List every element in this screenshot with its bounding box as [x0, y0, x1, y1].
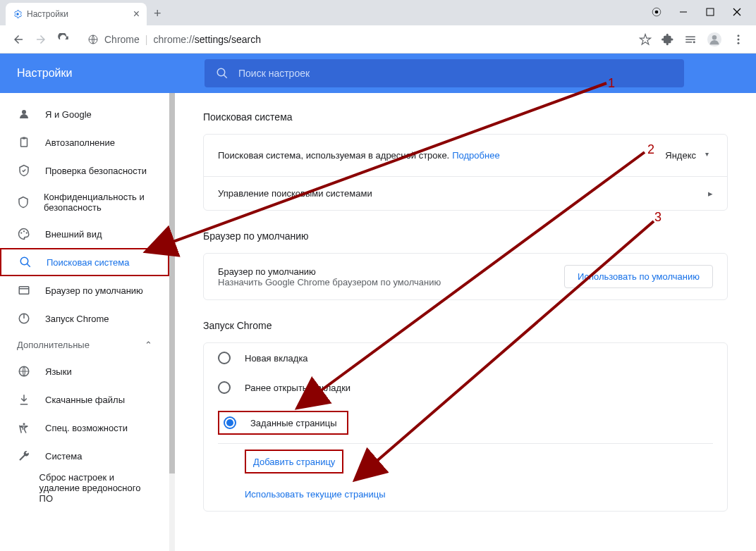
sidebar: Я и Google Автозаполнение Проверка безоп… [0, 93, 169, 551]
section-title-startup: Запуск Chrome [203, 320, 728, 331]
sidebar-advanced-toggle[interactable]: Дополнительные⌃ [0, 333, 169, 357]
minimize-icon[interactable] [677, 6, 690, 18]
url-host: Chrome [104, 34, 140, 45]
svg-point-8 [693, 41, 695, 43]
svg-rect-17 [21, 138, 28, 147]
person-icon [17, 107, 31, 121]
use-current-link[interactable]: Использовать текущие страницы [245, 489, 713, 500]
shield-check-icon [17, 163, 31, 178]
svg-point-13 [738, 42, 740, 44]
svg-rect-24 [19, 287, 29, 295]
default-browser-row: Браузер по умолчанию Назначить Google Ch… [204, 254, 727, 299]
chevron-right-icon: ▸ [708, 188, 713, 199]
startup-card: Новая вкладка Ранее открытые вкладки Зад… [203, 342, 728, 512]
forward-button[interactable] [31, 30, 51, 49]
browser-tab[interactable]: Настройки × [6, 3, 147, 25]
radio-icon [224, 416, 236, 429]
sidebar-item-search-engine[interactable]: Поисковая система [0, 248, 169, 276]
window-icon [17, 283, 31, 297]
annotation-2: 2 [647, 142, 654, 157]
close-icon[interactable]: × [133, 8, 140, 20]
learn-more-link[interactable]: Подробнее [452, 150, 499, 161]
menu-icon[interactable] [732, 33, 745, 46]
browser-titlebar: Настройки × + [0, 0, 756, 25]
svg-point-11 [738, 35, 740, 37]
svg-point-16 [22, 110, 26, 114]
svg-point-19 [20, 232, 22, 233]
app-header: Настройки Поиск настроек [0, 54, 756, 93]
radio-icon [218, 352, 231, 364]
svg-point-10 [712, 35, 717, 39]
sidebar-item-reset[interactable]: Сброс настроек и удаление вредоносного П… [0, 470, 169, 505]
svg-rect-18 [23, 137, 26, 140]
sidebar-item-accessibility[interactable]: Спец. возможности [0, 414, 169, 442]
palette-icon [17, 227, 31, 241]
radio-icon [218, 381, 231, 394]
reload-button[interactable] [54, 30, 73, 49]
sidebar-item-safety[interactable]: Проверка безопасности [0, 156, 169, 185]
media-icon[interactable] [684, 33, 697, 46]
svg-line-23 [27, 264, 30, 267]
sidebar-item-startup[interactable]: Запуск Chrome [0, 304, 169, 333]
gear-icon [13, 9, 27, 19]
search-icon [18, 255, 32, 269]
sidebar-item-google[interactable]: Я и Google [0, 100, 169, 128]
svg-point-29 [23, 423, 25, 425]
set-default-button[interactable]: Использовать по умолчанию [564, 265, 713, 288]
shield-icon [17, 195, 30, 209]
new-tab-button[interactable]: + [154, 6, 161, 25]
section-title-search: Поисковая система [203, 111, 728, 123]
search-icon [216, 67, 228, 80]
svg-point-20 [23, 230, 25, 232]
sidebar-item-appearance[interactable]: Внешний вид [0, 220, 169, 248]
sidebar-item-system[interactable]: Система [0, 442, 169, 470]
site-info-icon [87, 34, 99, 45]
radio-continue[interactable]: Ранее открытые вкладки [204, 373, 727, 402]
profile-icon[interactable] [707, 32, 722, 47]
bookmark-icon[interactable] [639, 33, 652, 46]
svg-point-0 [16, 13, 19, 16]
accessibility-icon [17, 421, 31, 435]
close-window-icon[interactable] [731, 6, 743, 18]
scroll-thumb[interactable] [169, 93, 175, 473]
sidebar-item-privacy[interactable]: Конфиденциальность и безопасность [0, 185, 169, 220]
window-controls [650, 6, 756, 25]
sidebar-item-default-browser[interactable]: Браузер по умолчанию [0, 276, 169, 304]
add-page-link[interactable]: Добавить страницу [253, 457, 335, 467]
radio-specific-pages[interactable]: Заданные страницы [204, 402, 727, 443]
sidebar-item-autofill[interactable]: Автозаполнение [0, 128, 169, 156]
page-title: Настройки [17, 67, 197, 80]
account-indicator-icon[interactable] [650, 6, 663, 18]
tab-title: Настройки [27, 9, 68, 19]
address-field[interactable]: Chrome | chrome://settings/search [80, 34, 633, 45]
section-title-default-browser: Браузер по умолчанию [203, 230, 728, 242]
chevron-up-icon: ⌃ [145, 340, 152, 350]
download-icon [17, 392, 31, 407]
back-button[interactable] [8, 30, 28, 49]
maximize-icon[interactable] [704, 6, 717, 18]
main-content: Поисковая система Поисковая система, исп… [175, 93, 756, 551]
extensions-icon[interactable] [662, 33, 674, 46]
url-protocol: chrome:// [153, 34, 194, 45]
clipboard-icon [17, 135, 31, 149]
svg-point-22 [20, 257, 28, 265]
url-path: settings/search [195, 34, 261, 45]
svg-point-2 [655, 11, 659, 14]
manage-search-engines-row[interactable]: Управление поисковыми системами ▸ [204, 177, 727, 210]
search-engine-select[interactable]: Яндекс [657, 146, 713, 165]
svg-line-15 [224, 75, 227, 78]
wrench-icon [17, 449, 31, 463]
sidebar-scrollbar[interactable] [169, 93, 175, 551]
search-placeholder: Поиск настроек [238, 68, 310, 79]
svg-point-14 [217, 68, 225, 76]
default-browser-card: Браузер по умолчанию Назначить Google Ch… [203, 253, 728, 300]
address-bar: Chrome | chrome://settings/search [0, 25, 756, 54]
annotation-3: 3 [654, 210, 662, 225]
svg-rect-4 [707, 8, 714, 16]
sidebar-item-downloads[interactable]: Скачанные файлы [0, 385, 169, 414]
svg-point-21 [26, 232, 28, 233]
radio-new-tab[interactable]: Новая вкладка [204, 343, 727, 373]
power-icon [17, 311, 31, 326]
sidebar-item-languages[interactable]: Языки [0, 357, 169, 385]
globe-icon [17, 364, 31, 378]
